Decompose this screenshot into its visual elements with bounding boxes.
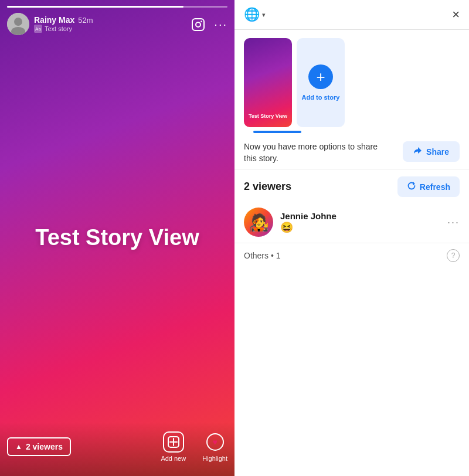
right-panel: 🌐 ▾ × Test Story View + Add to story Now…: [235, 0, 469, 476]
story-username: Rainy Max: [34, 15, 74, 25]
share-icon: [413, 146, 423, 157]
help-icon[interactable]: ?: [447, 249, 460, 262]
indicator-row: [235, 127, 469, 133]
story-more-button[interactable]: ···: [214, 18, 227, 31]
viewers-count-label: 2 viewers: [244, 181, 291, 193]
story-progress-bar: [7, 6, 227, 8]
viewers-badge-label: 2 viewers: [26, 442, 63, 451]
add-to-story-thumbnail[interactable]: + Add to story: [297, 38, 345, 127]
highlight-label: Highlight: [202, 455, 227, 462]
story-user-details: Rainy Max 52m Aa Text story: [34, 15, 93, 33]
heart-icon: ♥: [212, 437, 217, 447]
story-user-info: Rainy Max 52m Aa Text story: [7, 13, 93, 35]
story-username-row: Rainy Max 52m: [34, 15, 93, 25]
svg-rect-7: [169, 441, 178, 443]
viewer-name: Jennie Johne: [280, 211, 440, 221]
avatar: [7, 13, 29, 35]
refresh-button-label: Refresh: [420, 182, 450, 192]
story-bottom: ▲ 2 viewers Add new ♥: [0, 422, 235, 476]
viewer-avatar: 🧑‍🎤: [244, 208, 273, 237]
svg-point-5: [200, 21, 202, 22]
add-new-icon: [163, 431, 184, 453]
story-panel: Rainy Max 52m Aa Text story ··· Test Sto…: [0, 0, 235, 476]
story-time: 52m: [78, 16, 93, 25]
share-button[interactable]: Share: [403, 141, 460, 162]
share-section: Now you have more options to share this …: [235, 133, 469, 169]
refresh-button[interactable]: Refresh: [397, 176, 460, 197]
viewers-badge[interactable]: ▲ 2 viewers: [7, 437, 71, 456]
story-subtitle-label: Text story: [45, 25, 72, 32]
viewer-info: Jennie Johne 😆: [280, 211, 440, 234]
globe-icon: 🌐: [244, 7, 260, 22]
add-circle-icon: +: [308, 64, 333, 89]
svg-point-1: [14, 18, 22, 26]
story-thumbnail[interactable]: Test Story View: [244, 38, 292, 127]
story-subtitle: Aa Text story: [34, 25, 93, 33]
others-row: Others • 1 ?: [235, 243, 469, 268]
add-new-label: Add new: [161, 455, 186, 462]
instagram-icon: [191, 18, 205, 35]
highlight-circle: ♥: [206, 433, 224, 451]
globe-dropdown-arrow: ▾: [262, 11, 266, 19]
highlight-icon-wrapper: ♥: [205, 431, 226, 453]
story-actions: Add new ♥ Highlight: [71, 431, 227, 462]
viewers-section-header: 2 viewers Refresh: [235, 169, 469, 202]
highlight-button[interactable]: ♥ Highlight: [202, 431, 227, 462]
others-text: Others • 1: [244, 251, 280, 260]
svg-point-4: [196, 22, 200, 27]
add-to-story-label: Add to story: [302, 94, 340, 101]
close-button[interactable]: ×: [452, 8, 460, 21]
story-title: Test Story View: [12, 225, 223, 251]
thumbnail-row: Test Story View + Add to story: [235, 30, 469, 133]
text-story-icon: Aa: [34, 25, 42, 33]
viewer-reaction: 😆: [280, 221, 440, 234]
story-progress-fill: [7, 6, 183, 8]
viewer-more-button[interactable]: ···: [447, 216, 460, 229]
globe-button[interactable]: 🌐 ▾: [244, 7, 266, 22]
add-new-button[interactable]: Add new: [161, 431, 186, 462]
share-button-label: Share: [426, 147, 449, 157]
viewer-row: 🧑‍🎤 Jennie Johne 😆 ···: [235, 202, 469, 243]
svg-rect-3: [192, 19, 204, 30]
refresh-icon: [407, 181, 416, 192]
story-thumbnails: Test Story View + Add to story: [235, 30, 469, 127]
right-header: 🌐 ▾ ×: [235, 0, 469, 30]
thumbnail-label: Test Story View: [249, 113, 287, 120]
share-text: Now you have more options to share this …: [244, 141, 385, 164]
chevron-up-icon: ▲: [15, 443, 22, 451]
